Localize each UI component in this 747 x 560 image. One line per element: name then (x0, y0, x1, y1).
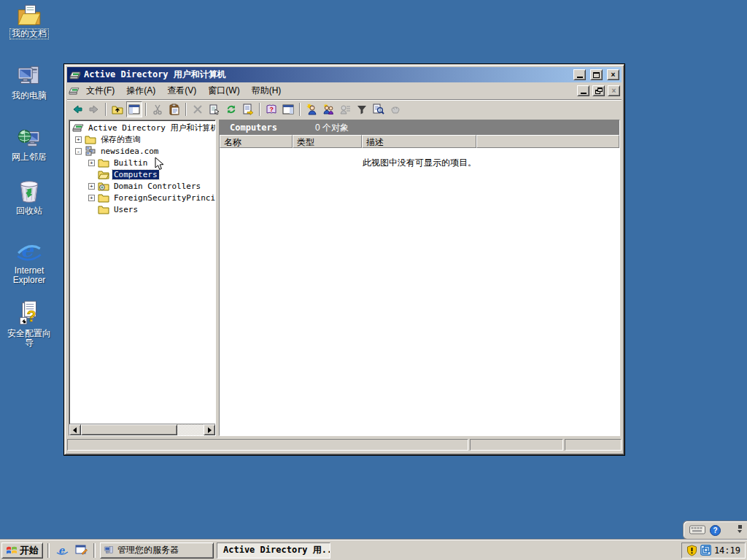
set-advanced-icon[interactable] (387, 101, 403, 117)
svg-text:?: ? (270, 106, 274, 113)
filter-icon[interactable] (354, 101, 370, 117)
mdi-child-icon (69, 86, 80, 96)
desktop-icon-label: 网上邻居 (10, 152, 48, 162)
desktop: { "desktop": { "icons": [ { "label": "我的… (0, 0, 747, 560)
new-group-icon[interactable] (320, 101, 336, 117)
mouse-cursor (155, 157, 165, 171)
tree-item-domain-controllers[interactable]: + Domain Controllers (69, 180, 215, 192)
tree-item-saved-queries[interactable]: + 保存的查询 (69, 133, 215, 145)
desktop-icon-recycle-bin[interactable]: 回收站 (3, 178, 55, 216)
result-banner: Computers 0 个对象 (220, 120, 619, 135)
svg-text:?: ? (713, 526, 718, 534)
expand-icon[interactable]: + (88, 183, 95, 190)
tree-item-domain[interactable]: - newsidea.com (69, 145, 215, 157)
add-member-to-group-icon[interactable] (337, 101, 353, 117)
menu-window[interactable]: 窗口(W) (203, 82, 244, 99)
toolbar-separator (185, 103, 187, 116)
security-shield-icon[interactable] (686, 545, 697, 556)
menu-action[interactable]: 操作(A) (121, 82, 160, 99)
expand-icon[interactable]: + (75, 136, 82, 143)
refresh-icon[interactable] (223, 101, 239, 117)
menu-file[interactable]: 文件(F) (81, 82, 120, 99)
desktop-icon-my-computer[interactable]: 我的电脑 (3, 64, 55, 101)
scrollbar-track[interactable] (177, 424, 204, 435)
new-user-icon[interactable] (303, 101, 320, 117)
paste-icon[interactable] (166, 101, 182, 117)
expand-icon[interactable]: + (88, 160, 95, 166)
windows-logo-icon (6, 545, 18, 556)
folder-icon (98, 192, 109, 203)
tree-root[interactable]: Active Directory 用户和计算机 (69, 122, 215, 133)
desktop-icon-network-places[interactable]: 网上邻居 (3, 125, 55, 162)
desktop-icon-label: 安全配置向导 (3, 329, 55, 348)
tree-item-computers[interactable]: Computers (69, 168, 215, 180)
delete-icon[interactable] (190, 101, 206, 117)
column-header-name[interactable]: 名称 (220, 135, 293, 148)
properties-icon[interactable] (206, 101, 222, 117)
security-wizard-icon: ? (17, 300, 42, 327)
task-button-manage-server[interactable]: 管理您的服务器 (100, 542, 214, 559)
maximize-button[interactable] (590, 69, 603, 80)
tree-horizontal-scrollbar[interactable] (69, 424, 215, 435)
mdi-close-button[interactable]: × (608, 85, 620, 96)
task-button-aduc[interactable]: Active Directory 用... (217, 542, 330, 559)
column-header-description[interactable]: 描述 (362, 135, 476, 148)
domain-icon (85, 146, 96, 156)
console-content: Active Directory 用户和计算机 + 保存的查询 - (67, 118, 622, 438)
toolbar: ? (67, 99, 622, 118)
tree-item-builtin[interactable]: + Builtin (69, 157, 215, 168)
result-pane: Computers 0 个对象 名称 类型 描述 此视图中没有可显示的项目。 (219, 120, 620, 436)
status-section-3 (565, 439, 622, 451)
quick-launch-show-desktop[interactable] (73, 542, 89, 559)
minimize-button[interactable] (573, 69, 586, 80)
find-icon[interactable] (371, 101, 387, 117)
tree-item-users[interactable]: Users (69, 203, 215, 215)
network-places-icon (17, 125, 42, 150)
title-bar[interactable]: Active Directory 用户和计算机 × (67, 67, 622, 82)
console-tree-pane: Active Directory 用户和计算机 + 保存的查询 - (69, 120, 216, 436)
language-bar-options-icon[interactable] (735, 525, 744, 535)
column-header-type[interactable]: 类型 (293, 135, 362, 148)
task-button-label: Active Directory 用... (223, 544, 330, 556)
help-icon[interactable]: ? (263, 101, 279, 117)
result-list[interactable]: 此视图中没有可显示的项目。 (220, 148, 619, 435)
status-section-2 (470, 439, 563, 451)
scrollbar-thumb[interactable] (81, 424, 177, 435)
expand-icon[interactable]: + (88, 195, 95, 201)
folder-open-icon (98, 169, 109, 179)
menu-help[interactable]: 帮助(H) (247, 82, 287, 99)
scroll-left-icon[interactable] (69, 424, 81, 435)
menu-view[interactable]: 查看(V) (162, 82, 201, 99)
desktop-icon-security-wizard[interactable]: ? 安全配置向导 (3, 300, 55, 348)
desktop-icon-my-documents[interactable]: 我的文档 (3, 4, 55, 39)
vmware-tools-icon[interactable] (700, 545, 711, 556)
window-title: Active Directory 用户和计算机 (84, 69, 570, 81)
result-banner-title: Computers (230, 122, 277, 133)
recycle-bin-icon (17, 178, 42, 204)
tree-item-foreign-security-principals[interactable]: + ForeignSecurityPrincipal (69, 192, 215, 203)
up-one-level-icon[interactable] (109, 101, 125, 117)
column-headers: 名称 类型 描述 (220, 135, 619, 148)
aduc-console-icon (72, 122, 84, 133)
back-icon[interactable] (69, 101, 85, 117)
mdi-minimize-button[interactable] (577, 85, 589, 96)
language-bar[interactable]: ? (683, 521, 747, 540)
show-hide-console-tree-icon[interactable] (126, 101, 142, 117)
collapse-icon[interactable]: - (75, 148, 82, 155)
mdi-restore-button[interactable] (592, 85, 605, 96)
quick-launch-internet-explorer[interactable]: e (54, 542, 70, 559)
scroll-right-icon[interactable] (204, 424, 215, 435)
taskbar-separator (93, 543, 96, 558)
show-description-bar-icon[interactable] (280, 101, 296, 117)
keyboard-icon[interactable] (689, 525, 705, 535)
start-button-label: 开始 (20, 544, 39, 557)
desktop-icon-internet-explorer[interactable]: e Internet Explorer (3, 238, 55, 285)
help-icon[interactable]: ? (710, 525, 721, 536)
forward-icon[interactable] (86, 101, 102, 117)
start-button[interactable]: 开始 (1, 542, 43, 559)
cut-icon[interactable] (150, 101, 166, 117)
export-list-icon[interactable] (240, 101, 256, 117)
clock[interactable]: 14:19 (714, 545, 740, 556)
system-tray: 14:19 (681, 542, 746, 559)
close-button[interactable]: × (607, 69, 619, 80)
